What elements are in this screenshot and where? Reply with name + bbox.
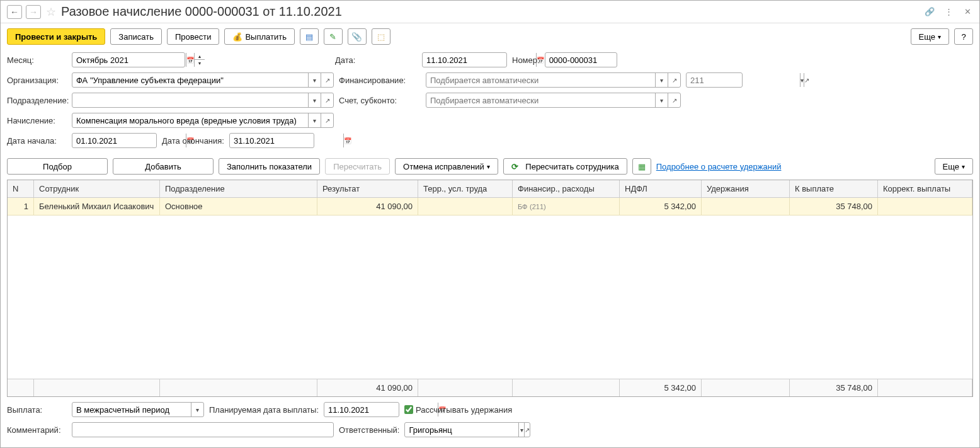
paperclip-icon: 📎 xyxy=(351,32,362,42)
forward-button[interactable]: → xyxy=(26,5,41,19)
calc-deductions-checkbox[interactable]: Рассчитывать удержания xyxy=(404,405,512,415)
more-button[interactable]: Еще xyxy=(911,28,949,45)
open-icon[interactable]: ↗ xyxy=(668,93,680,107)
hierarchy-icon: ⬚ xyxy=(377,32,385,42)
document-icon: ▤ xyxy=(305,32,313,42)
col-result[interactable]: Результат xyxy=(317,180,418,197)
deductions-link[interactable]: Подробнее о расчете удержаний xyxy=(656,162,782,171)
accrual-label: Начисление: xyxy=(7,116,67,125)
table-settings-button[interactable]: ▦ xyxy=(632,158,651,175)
open-icon[interactable]: ↗ xyxy=(804,73,809,87)
dropdown-icon[interactable]: ▾ xyxy=(308,73,321,87)
accrual-input[interactable] xyxy=(72,113,308,127)
pencil-icon: ✎ xyxy=(329,32,336,42)
payout-mode-input[interactable] xyxy=(72,403,191,416)
payout-button[interactable]: 💰Выплатить xyxy=(224,28,295,45)
select-button[interactable]: Подбор xyxy=(7,158,108,175)
dropdown-icon[interactable]: ▾ xyxy=(518,423,524,437)
table-icon: ▦ xyxy=(638,162,646,171)
cell-n: 1 xyxy=(8,198,34,215)
total-ndfl: 5 342,00 xyxy=(620,379,702,396)
document-icon-button[interactable]: ▤ xyxy=(300,28,319,45)
save-button[interactable]: Записать xyxy=(110,28,162,45)
col-territory[interactable]: Терр., усл. труда xyxy=(418,180,513,197)
col-department[interactable]: Подразделение xyxy=(160,180,317,197)
col-employee[interactable]: Сотрудник xyxy=(34,180,160,197)
recalc-button[interactable]: Пересчитать xyxy=(325,158,390,175)
calendar-icon[interactable]: 📅 xyxy=(186,53,194,67)
refresh-icon: ⟳ xyxy=(511,162,518,171)
col-n[interactable]: N xyxy=(8,180,34,197)
window-title: Разовое начисление 0000-000031 от 11.10.… xyxy=(61,4,342,19)
financing-label: Финансирование: xyxy=(339,76,421,85)
fill-button[interactable]: Заполнить показатели xyxy=(219,158,320,175)
open-icon[interactable]: ↗ xyxy=(321,113,333,127)
payout-label: Выплата: xyxy=(7,405,67,415)
edit-icon-button[interactable]: ✎ xyxy=(324,28,343,45)
col-correct[interactable]: Коррект. выплаты xyxy=(878,180,972,197)
dropdown-icon[interactable]: ▾ xyxy=(655,93,668,107)
total-result: 41 090,00 xyxy=(317,379,418,396)
account-input[interactable] xyxy=(426,93,655,107)
department-input[interactable] xyxy=(72,93,308,107)
add-button[interactable]: Добавить xyxy=(113,158,214,175)
datestart-label: Дата начала: xyxy=(7,136,67,146)
cell-result: 41 090,00 xyxy=(317,198,418,215)
month-down[interactable]: ▼ xyxy=(195,60,205,67)
financing-input[interactable] xyxy=(426,73,655,87)
month-up[interactable]: ▲ xyxy=(195,53,205,60)
open-icon[interactable]: ↗ xyxy=(668,73,680,87)
close-icon[interactable]: ✕ xyxy=(962,6,973,18)
table-more-button[interactable]: Еще xyxy=(935,158,973,175)
post-close-button[interactable]: Провести и закрыть xyxy=(7,28,105,45)
col-ndfl[interactable]: НДФЛ xyxy=(620,180,702,197)
calc-deductions-input[interactable] xyxy=(404,405,413,414)
month-input[interactable] xyxy=(72,53,186,67)
back-button[interactable]: ← xyxy=(7,5,22,19)
comment-input[interactable] xyxy=(72,423,333,437)
open-icon[interactable]: ↗ xyxy=(321,73,333,87)
dateend-label: Дата окончания: xyxy=(162,136,224,146)
cell-employee: Беленький Михаил Исаакович xyxy=(34,198,160,215)
month-label: Месяц: xyxy=(7,55,67,65)
cell-topay: 35 748,00 xyxy=(790,198,878,215)
post-button[interactable]: Провести xyxy=(167,28,220,45)
link-icon[interactable]: 🔗 xyxy=(924,6,935,18)
planned-date-label: Планируемая дата выплаты: xyxy=(209,405,319,415)
total-topay: 35 748,00 xyxy=(790,379,878,396)
open-icon[interactable]: ↗ xyxy=(524,423,530,437)
code-input[interactable] xyxy=(687,73,800,87)
responsible-input[interactable] xyxy=(405,423,518,437)
responsible-label: Ответственный: xyxy=(339,425,399,435)
attach-icon-button[interactable]: 📎 xyxy=(348,28,367,45)
account-label: Счет, субконто: xyxy=(339,96,421,105)
col-financing[interactable]: Финансир., расходы xyxy=(513,180,620,197)
date-label: Дата: xyxy=(335,55,417,65)
cell-department: Основное xyxy=(160,198,317,215)
cancel-fix-button[interactable]: Отмена исправлений xyxy=(395,158,498,175)
cell-territory xyxy=(418,198,513,215)
department-label: Подразделение: xyxy=(7,96,67,105)
help-button[interactable]: ? xyxy=(954,28,973,45)
dropdown-icon[interactable]: ▾ xyxy=(308,113,321,127)
open-icon[interactable]: ↗ xyxy=(321,93,333,107)
cell-ndfl: 5 342,00 xyxy=(620,198,702,215)
org-input[interactable] xyxy=(72,73,308,87)
recalc-emp-button[interactable]: ⟳ Пересчитать сотрудника xyxy=(503,158,627,175)
favorite-icon[interactable]: ☆ xyxy=(45,6,57,18)
dropdown-icon[interactable]: ▾ xyxy=(655,73,668,87)
col-deductions[interactable]: Удержания xyxy=(702,180,790,197)
cell-deductions xyxy=(702,198,790,215)
dropdown-icon[interactable]: ▾ xyxy=(191,403,203,416)
employees-table: N Сотрудник Подразделение Результат Терр… xyxy=(7,180,973,397)
number-input[interactable] xyxy=(545,53,659,67)
calendar-icon[interactable]: 📅 xyxy=(343,134,351,147)
structure-icon-button[interactable]: ⬚ xyxy=(372,28,390,45)
dateend-input[interactable] xyxy=(230,134,343,147)
col-topay[interactable]: К выплате xyxy=(790,180,878,197)
table-row[interactable]: 1 Беленький Михаил Исаакович Основное 41… xyxy=(8,198,972,215)
dropdown-icon[interactable]: ▾ xyxy=(308,93,321,107)
coins-icon: 💰 xyxy=(232,32,242,42)
kebab-icon[interactable]: ⋮ xyxy=(943,6,954,18)
cell-correct xyxy=(878,198,972,215)
